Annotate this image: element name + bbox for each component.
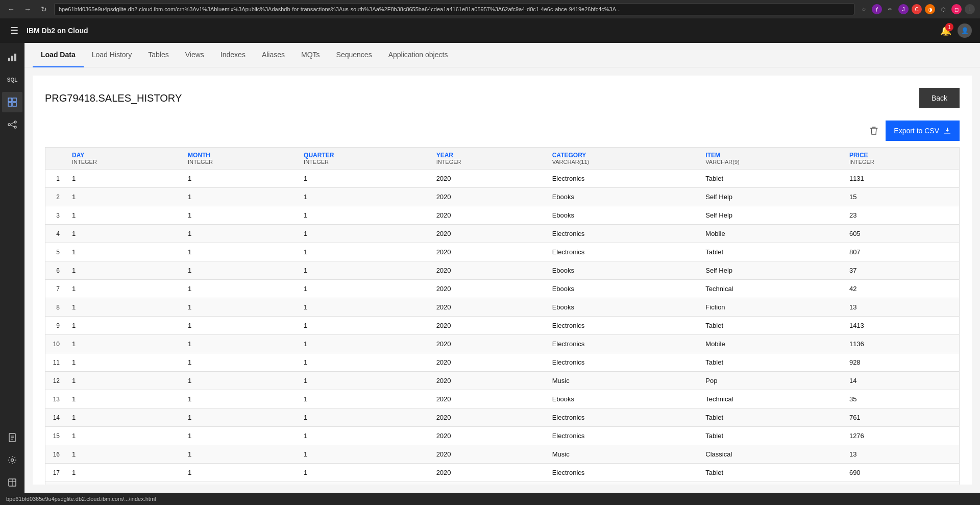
col-header-price[interactable]: PRICE INTEGER [843, 148, 959, 170]
tab-mqts[interactable]: MQTs [293, 43, 328, 67]
extension-icon-3[interactable]: J [898, 4, 909, 14]
cell-category: Electronics [546, 335, 700, 353]
cell-item: Mobile [699, 225, 843, 243]
tab-application-objects[interactable]: Application objects [380, 43, 456, 67]
table-row: 6 1 1 1 2020 Ebooks Self Help 37 [45, 261, 959, 280]
cell-quarter: 1 [298, 243, 430, 261]
tab-indexes[interactable]: Indexes [212, 43, 254, 67]
cell-category: Music [546, 445, 700, 464]
url-bar[interactable]: bpe61bfd0365e9u4psdglite.db2.cloud.ibm.c… [54, 3, 854, 15]
back-button[interactable]: Back [919, 88, 960, 108]
back-nav-button[interactable]: ← [5, 3, 17, 15]
cell-quarter: 1 [298, 353, 430, 372]
svg-line-10 [10, 123, 14, 125]
sidebar-item-tables[interactable] [2, 92, 22, 112]
sidebar-item-reports[interactable] [2, 427, 22, 448]
row-number: 3 [45, 206, 66, 225]
cell-month: 1 [182, 298, 298, 317]
data-table-wrapper: DAY INTEGER MONTH INTEGER QUARTER INTEGE… [45, 147, 960, 485]
table-row: 10 1 1 1 2020 Electronics Mobile 1136 [45, 335, 959, 353]
col-header-category[interactable]: CATEGORY VARCHAR(11) [546, 148, 700, 170]
cell-item: Tablet [699, 427, 843, 445]
star-icon[interactable]: ☆ [859, 4, 869, 14]
cell-category: Ebooks [546, 188, 700, 206]
cell-year: 2020 [430, 390, 546, 408]
cell-year: 2020 [430, 445, 546, 464]
cell-item: Pop [699, 482, 843, 485]
cell-category: Ebooks [546, 390, 700, 408]
cell-category: Electronics [546, 170, 700, 188]
cell-year: 2020 [430, 280, 546, 298]
extension-icon-1[interactable]: ƒ [872, 4, 882, 14]
tab-load-history[interactable]: Load History [84, 43, 140, 67]
cell-item: Tablet [699, 353, 843, 372]
reload-button[interactable]: ↻ [38, 3, 50, 15]
table-row: 3 1 1 1 2020 Ebooks Self Help 23 [45, 206, 959, 225]
col-header-quarter[interactable]: QUARTER INTEGER [298, 148, 430, 170]
cell-month: 1 [182, 225, 298, 243]
col-header-day[interactable]: DAY INTEGER [66, 148, 182, 170]
cell-year: 2020 [430, 464, 546, 482]
cell-quarter: 1 [298, 390, 430, 408]
extension-icon-5[interactable]: ◑ [925, 4, 935, 14]
table-row: 14 1 1 1 2020 Electronics Tablet 761 [45, 408, 959, 427]
secondary-nav: Load Data Load History Tables Views Inde… [24, 43, 980, 67]
forward-nav-button[interactable]: → [21, 3, 34, 15]
table-row: 11 1 1 1 2020 Electronics Tablet 928 [45, 353, 959, 372]
row-number: 18 [45, 482, 66, 485]
cell-price: 605 [843, 225, 959, 243]
table-row: 16 1 1 1 2020 Music Classical 13 [45, 445, 959, 464]
user-profile-icon[interactable]: L [965, 4, 975, 14]
sidebar-item-settings[interactable] [2, 450, 22, 470]
cell-category: Electronics [546, 427, 700, 445]
tab-sequences[interactable]: Sequences [328, 43, 380, 67]
col-header-month[interactable]: MONTH INTEGER [182, 148, 298, 170]
cell-month: 1 [182, 427, 298, 445]
cell-item: Fiction [699, 298, 843, 317]
table-row: 17 1 1 1 2020 Electronics Tablet 690 [45, 464, 959, 482]
cell-day: 1 [66, 464, 182, 482]
export-csv-button[interactable]: Export to CSV [886, 121, 960, 141]
cell-quarter: 1 [298, 408, 430, 427]
hamburger-menu-button[interactable]: ☰ [8, 23, 20, 38]
cell-price: 13 [843, 298, 959, 317]
cell-category: Electronics [546, 243, 700, 261]
cell-month: 1 [182, 390, 298, 408]
data-table: DAY INTEGER MONTH INTEGER QUARTER INTEGE… [45, 148, 959, 485]
cell-month: 1 [182, 170, 298, 188]
svg-point-9 [14, 126, 16, 128]
tab-views[interactable]: Views [177, 43, 212, 67]
cell-year: 2020 [430, 243, 546, 261]
sidebar-item-misc[interactable] [2, 472, 22, 493]
tab-aliases[interactable]: Aliases [254, 43, 293, 67]
tab-tables[interactable]: Tables [140, 43, 177, 67]
browser-toolbar-icons: ☆ ƒ ✏ J C ◑ ⬡ ◻ L [859, 4, 975, 14]
row-number: 4 [45, 225, 66, 243]
row-number: 13 [45, 390, 66, 408]
delete-button[interactable] [866, 123, 881, 138]
sql-label: SQL [7, 77, 18, 83]
cell-month: 1 [182, 335, 298, 353]
cell-day: 1 [66, 390, 182, 408]
sidebar-item-analytics[interactable] [2, 47, 22, 67]
extension-icon-7[interactable]: ◻ [951, 4, 962, 14]
cell-month: 1 [182, 464, 298, 482]
col-header-item[interactable]: ITEM VARCHAR(9) [699, 148, 843, 170]
svg-point-8 [14, 121, 16, 123]
notifications-button[interactable]: 🔔 1 [940, 25, 951, 36]
sidebar-item-sql[interactable]: SQL [2, 69, 22, 90]
extension-icon-6[interactable]: ⬡ [938, 4, 948, 14]
tab-load-data[interactable]: Load Data [33, 43, 84, 67]
cell-category: Music [546, 372, 700, 390]
cell-quarter: 1 [298, 372, 430, 390]
row-number: 5 [45, 243, 66, 261]
sidebar-item-connections[interactable] [2, 114, 22, 135]
cell-price: 928 [843, 353, 959, 372]
cell-category: Electronics [546, 464, 700, 482]
user-avatar[interactable]: 👤 [958, 23, 972, 38]
col-header-year[interactable]: YEAR INTEGER [430, 148, 546, 170]
cell-price: 15 [843, 188, 959, 206]
extension-icon-2[interactable]: ✏ [885, 4, 895, 14]
extension-icon-4[interactable]: C [912, 4, 922, 14]
row-number: 16 [45, 445, 66, 464]
